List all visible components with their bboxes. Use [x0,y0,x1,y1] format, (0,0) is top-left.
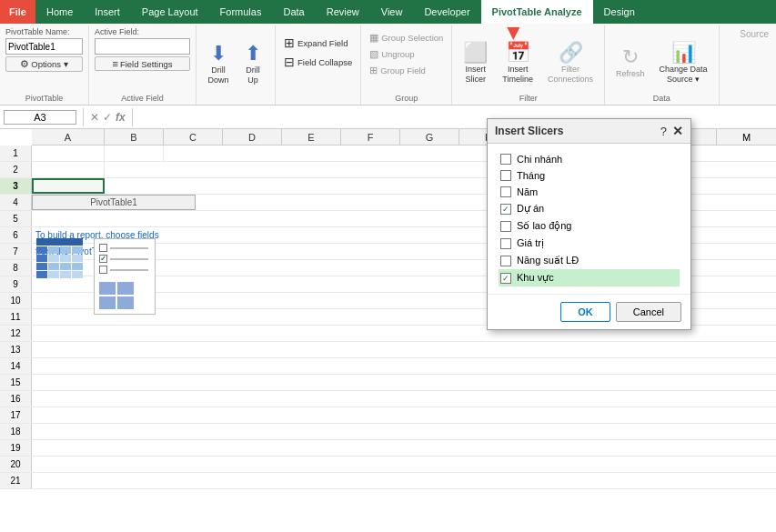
label-gia-tri: Giá trị [517,237,544,249]
group-label-filter: Filter [452,94,604,103]
tab-view[interactable]: View [370,0,414,24]
group-label-group: Group [361,94,451,103]
dialog-item-khu-vuc[interactable]: ✓ Khu vực [499,269,680,286]
tab-home[interactable]: Home [35,0,84,24]
expand-field-icon: ⊞ [284,35,295,50]
label-chi-nhanh: Chi nhánh [517,154,562,165]
checkbox-chi-nhanh[interactable] [500,154,511,165]
tab-data[interactable]: Data [272,0,315,24]
checkbox-so-lao-dong[interactable] [500,221,511,232]
table-row: 20 [0,457,776,473]
confirm-formula-icon[interactable]: ✓ [103,111,112,124]
dialog-item-so-lao-dong[interactable]: Số lao động [499,217,680,235]
table-row: 19 [0,440,776,457]
checkbox-gia-tri[interactable] [500,238,511,249]
insert-slicer-button[interactable]: ⬜ InsertSlicer [458,37,493,88]
change-data-source-button[interactable]: 📊 Change DataSource ▾ [654,37,713,88]
mini-table-left [36,238,83,315]
table-row: 18 [0,424,776,440]
row-header-4: 4 [0,195,32,210]
field-settings-icon: ≡ [113,58,118,69]
ribbon-group-data: ↻ Refresh 📊 Change DataSource ▾ Data [605,25,720,105]
collapse-field-icon: ⊟ [284,55,295,69]
checkbox-nam[interactable] [500,186,511,197]
ribbon-group-expand: ⊞ Expand Field ⊟ Field Collapse [276,25,361,105]
options-icon: ⚙ [20,58,29,70]
table-row: 17 [0,407,776,424]
dialog-item-gia-tri[interactable]: Giá trị [499,235,680,252]
ribbon-group-filter: ⬜ InsertSlicer 📅 InsertTimeline 🔗 Filter… [452,25,605,105]
col-header-M[interactable]: M [717,129,776,145]
pivottable-name-input[interactable] [5,38,83,55]
dialog-item-nam[interactable]: Năm [499,184,680,200]
ungroup-button[interactable]: ▧ Ungroup [367,47,417,61]
cell-A2[interactable] [32,162,105,177]
col-header-B[interactable]: B [105,129,164,145]
insert-timeline-icon: 📅 [506,41,530,65]
expand-field-button[interactable]: ⊞ Expand Field [281,35,350,51]
table-row: 14 [0,358,776,375]
dialog-help-button[interactable]: ? [660,125,667,138]
group-label-pivottable: PivotTable [0,94,88,103]
insert-slicers-dialog[interactable]: Insert Slicers ? ✕ Chi nhánh Tháng Năm [487,118,691,330]
col-header-E[interactable]: E [282,129,341,145]
formula-divider-2 [132,108,133,126]
active-field-input[interactable] [95,38,190,55]
tab-design[interactable]: Design [593,0,646,24]
col-header-A[interactable]: A [32,129,105,145]
ribbon-group-active-field: Active Field: ≡ Field Settings Active Fi… [89,25,197,105]
tab-file[interactable]: File [0,0,35,24]
refresh-button[interactable]: ↻ Refresh [610,42,650,83]
filter-connections-button[interactable]: 🔗 FilterConnections [542,37,599,88]
pivottable-name-label: PivotTable Name: [5,27,70,36]
drill-down-button[interactable]: ⬇ DrillDown [202,38,235,89]
group-label-data: Data [605,94,719,103]
checkbox-du-an[interactable]: ✓ [500,204,511,215]
tab-review[interactable]: Review [316,0,370,24]
checkbox-thang[interactable] [500,170,511,181]
tab-developer[interactable]: Developer [413,0,480,24]
dialog-item-thang[interactable]: Tháng [499,167,680,184]
dialog-cancel-button[interactable]: Cancel [616,302,681,322]
options-button[interactable]: ⚙ Options ▾ [5,56,83,72]
group-selection-button[interactable]: ▦ Group Selection [367,31,446,45]
dialog-close-button[interactable]: ✕ [672,124,683,138]
cancel-formula-icon[interactable]: ✕ [90,111,99,124]
insert-slicer-icon: ⬜ [463,41,488,65]
group-field-button[interactable]: ⊞ Group Field [367,64,428,77]
drill-up-button[interactable]: ⬆ DrillUp [237,38,269,89]
dialog-content: Chi nhánh Tháng Năm ✓ Dự án Số lao động [488,144,690,294]
dialog-item-nang-suat-ld[interactable]: Năng suất LĐ [499,252,680,269]
col-header-D[interactable]: D [223,129,282,145]
tab-insert[interactable]: Insert [84,0,131,24]
dialog-item-chi-nhanh[interactable]: Chi nhánh [499,151,680,167]
group-label-active-field: Active Field [89,94,196,103]
cell-A1[interactable] [32,146,105,161]
collapse-field-button[interactable]: ⊟ Field Collapse [281,54,355,70]
ribbon-tabs: File Home Insert Page Layout Formulas Da… [0,0,776,24]
insert-timeline-button[interactable]: 📅 InsertTimeline [497,37,539,88]
drill-down-icon: ⬇ [210,42,227,65]
tab-formulas[interactable]: Formulas [209,0,273,24]
col-header-F[interactable]: F [341,129,400,145]
row-header-1: 1 [0,146,32,161]
dialog-item-du-an[interactable]: ✓ Dự án [499,200,680,217]
table-row: 15 [0,375,776,391]
checkbox-nang-suat-ld[interactable] [500,256,511,266]
col-header-C[interactable]: C [164,129,223,145]
field-settings-button[interactable]: ≡ Field Settings [95,56,190,71]
name-box[interactable] [4,110,76,125]
dialog-ok-button[interactable]: OK [560,302,610,322]
filter-connections-icon: 🔗 [559,41,583,65]
tab-pivottable-analyze[interactable]: PivotTable Analyze [481,0,593,24]
tab-page-layout[interactable]: Page Layout [131,0,209,24]
insert-function-icon[interactable]: fx [116,111,126,124]
cell-A3-selected[interactable] [32,178,105,194]
mini-form: ✓ [94,238,156,315]
col-header-G[interactable]: G [400,129,459,145]
dialog-title-bar: Insert Slicers ? ✕ [488,119,690,144]
ribbon-group-group: ▦ Group Selection ▧ Ungroup ⊞ Group Fiel… [361,25,452,105]
label-thang: Tháng [517,170,545,181]
cell-B1[interactable] [105,146,164,161]
checkbox-khu-vuc[interactable]: ✓ [500,273,511,284]
